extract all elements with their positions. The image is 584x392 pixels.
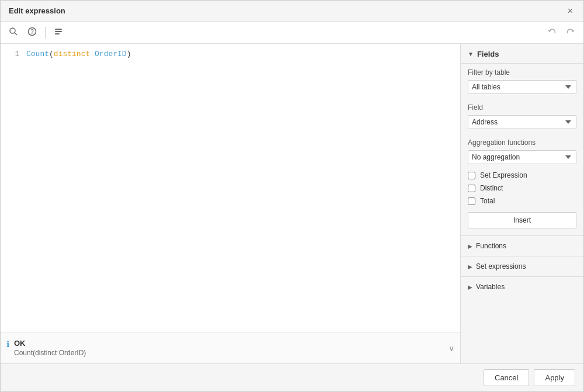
aggregation-wrapper: No aggregation Sum Count Avg [461, 149, 583, 169]
status-chevron-icon[interactable]: ∨ [449, 344, 454, 353]
svg-rect-4 [55, 29, 62, 30]
snippet-button[interactable] [50, 25, 67, 40]
total-row: Total [461, 195, 583, 207]
svg-text:?: ? [30, 29, 34, 35]
field-label: Field [461, 99, 583, 114]
code-field: OrderID [95, 50, 127, 58]
close-button[interactable]: × [565, 5, 575, 17]
redo-icon [566, 27, 575, 36]
editor-status: ℹ OK Count(distinct OrderID) ∨ [1, 332, 460, 363]
help-button[interactable]: ? [24, 25, 40, 40]
field-select[interactable]: Address OrderID CustomerName [468, 115, 576, 129]
redo-button[interactable] [562, 25, 579, 40]
editor-toolbar: ? [1, 22, 583, 44]
svg-rect-6 [55, 33, 60, 34]
dialog-footer: Cancel Apply [1, 363, 583, 391]
status-info-icon: ℹ [6, 339, 9, 349]
apply-button[interactable]: Apply [534, 369, 575, 386]
aggregation-select[interactable]: No aggregation Sum Count Avg [468, 150, 576, 164]
total-checkbox[interactable] [468, 197, 475, 205]
filter-by-table-label: Filter by table [461, 64, 583, 79]
distinct-row: Distinct [461, 182, 583, 195]
cancel-button[interactable]: Cancel [484, 369, 529, 386]
aggregation-label: Aggregation functions [461, 134, 583, 149]
variables-section: ▶ Variables [461, 276, 583, 297]
set-expressions-header[interactable]: ▶ Set expressions [461, 256, 583, 276]
set-expressions-label: Set expressions [476, 262, 526, 270]
distinct-label[interactable]: Distinct [480, 184, 503, 192]
set-expression-label[interactable]: Set Expression [480, 171, 527, 179]
dialog-body: 1Count(distinct OrderID) ℹ OK Count(dist… [1, 44, 583, 363]
fields-toggle-icon[interactable]: ▼ [468, 51, 474, 57]
functions-section: ▶ Functions [461, 235, 583, 256]
edit-expression-dialog: Edit expression × ? [0, 0, 584, 392]
code-open-paren: ( [49, 50, 54, 58]
search-button[interactable] [5, 25, 22, 40]
fields-header: ▼ Fields [461, 44, 583, 64]
variables-arrow-icon: ▶ [468, 284, 472, 290]
svg-point-0 [10, 28, 15, 33]
dialog-header: Edit expression × [1, 1, 583, 22]
status-left: ℹ OK Count(distinct OrderID) [6, 339, 86, 357]
functions-arrow-icon: ▶ [468, 243, 472, 249]
code-editor[interactable]: 1Count(distinct OrderID) [1, 44, 460, 332]
filter-by-table-wrapper: All tables Orders Customers [461, 79, 583, 99]
field-wrapper: Address OrderID CustomerName [461, 114, 583, 134]
undo-button[interactable] [544, 25, 560, 40]
line-number: 1 [8, 49, 19, 60]
insert-button[interactable]: Insert [468, 212, 576, 228]
set-expressions-arrow-icon: ▶ [468, 263, 472, 270]
search-icon [9, 27, 18, 36]
set-expression-checkbox[interactable] [468, 172, 475, 179]
svg-rect-5 [55, 31, 62, 32]
undo-icon [547, 27, 557, 36]
functions-header[interactable]: ▶ Functions [461, 236, 583, 256]
functions-label: Functions [476, 242, 506, 250]
editor-pane: 1Count(distinct OrderID) ℹ OK Count(dist… [1, 44, 461, 363]
dialog-title: Edit expression [9, 6, 65, 15]
status-text: OK Count(distinct OrderID) [14, 339, 86, 357]
variables-label: Variables [476, 283, 505, 291]
set-expressions-section: ▶ Set expressions [461, 256, 583, 276]
fields-panel: ▼ Fields Filter by table All tables Orde… [461, 44, 583, 363]
total-label[interactable]: Total [480, 197, 495, 205]
toolbar-divider [45, 27, 46, 39]
snippet-icon [54, 27, 63, 36]
svg-line-1 [15, 33, 17, 35]
variables-header[interactable]: ▶ Variables [461, 277, 583, 297]
code-distinct: distinct [54, 50, 95, 58]
code-close-paren: ) [127, 50, 131, 58]
status-expression: Count(distinct OrderID) [14, 349, 86, 357]
filter-by-table-select[interactable]: All tables Orders Customers [468, 80, 576, 94]
set-expression-row: Set Expression [461, 169, 583, 182]
help-icon: ? [27, 27, 37, 36]
distinct-checkbox[interactable] [468, 185, 475, 192]
code-count: Count [26, 50, 49, 58]
fields-header-label: Fields [477, 50, 499, 58]
status-ok-label: OK [14, 339, 86, 348]
